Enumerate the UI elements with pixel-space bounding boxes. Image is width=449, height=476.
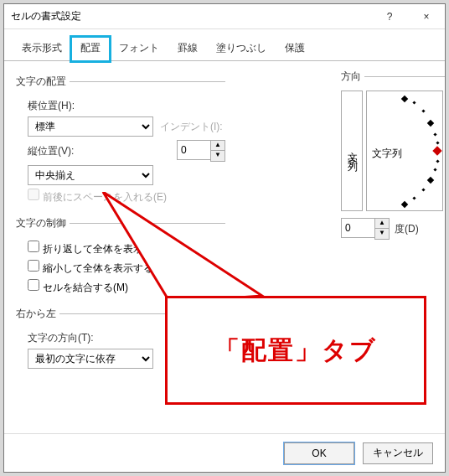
horiz-select[interactable]: 標準 xyxy=(28,116,153,137)
tab-fill[interactable]: 塗りつぶし xyxy=(207,37,276,61)
group-control-legend: 文字の制御 xyxy=(16,216,70,230)
justify-checkbox xyxy=(28,189,39,200)
spin-up-icon[interactable]: ▲ xyxy=(375,219,389,229)
annotation-callout: 「配置」タブ xyxy=(165,296,426,405)
orientation-dial[interactable]: 文字列 xyxy=(366,91,443,211)
textdir-label: 文字の方向(T): xyxy=(28,331,94,345)
horiz-label: 横位置(H): xyxy=(28,99,75,113)
degree-input[interactable] xyxy=(341,218,374,238)
tab-strip: 表示形式 配置 フォント 罫線 塗りつぶし 保護 xyxy=(4,29,445,61)
spin-down-icon[interactable]: ▼ xyxy=(211,151,224,161)
group-alignment-legend: 文字の配置 xyxy=(16,75,70,89)
justify-distrib-row: 前後にスペースを入れる(E) xyxy=(28,189,167,204)
wrap-row[interactable]: 折り返して全体を表示する(W) xyxy=(28,241,179,256)
textdir-select[interactable]: 最初の文字に依存 xyxy=(28,349,153,369)
spin-down-icon[interactable]: ▼ xyxy=(375,229,389,239)
annotation-text: 「配置」タブ xyxy=(214,334,377,368)
orientation-vertical-button[interactable]: 文字列 xyxy=(341,91,363,211)
tab-number[interactable]: 表示形式 xyxy=(13,37,71,61)
dialog-content: 文字の配置 横位置(H): 標準 インデント(I): 縦位置(V): ▲▼ 中央… xyxy=(4,61,445,433)
ok-button[interactable]: OK xyxy=(284,442,354,464)
help-button[interactable]: ? xyxy=(371,4,408,29)
cancel-button[interactable]: キャンセル xyxy=(363,442,433,464)
format-cells-dialog: セルの書式設定 ? × 表示形式 配置 フォント 罫線 塗りつぶし 保護 文字の… xyxy=(3,3,446,473)
indent-label: インデント(I): xyxy=(160,120,223,134)
shrink-checkbox[interactable] xyxy=(28,260,39,272)
merge-checkbox[interactable] xyxy=(28,279,39,291)
tab-alignment[interactable]: 配置 xyxy=(71,37,110,61)
degree-spinner[interactable]: ▲▼ xyxy=(341,218,390,240)
vert-select[interactable]: 中央揃え xyxy=(28,165,153,185)
group-orientation-legend: 方向 xyxy=(341,70,364,84)
indent-spinner[interactable]: ▲▼ xyxy=(177,140,225,162)
indent-input[interactable] xyxy=(177,140,210,160)
titlebar: セルの書式設定 ? × xyxy=(4,4,445,29)
window-title: セルの書式設定 xyxy=(11,9,371,23)
orientation-handle-icon[interactable] xyxy=(432,146,441,155)
group-control: 文字の制御 折り返して全体を表示する(W) 縮小して全体を表示する(K) セルを… xyxy=(16,216,225,298)
spin-up-icon[interactable]: ▲ xyxy=(211,141,224,151)
tab-border[interactable]: 罫線 xyxy=(168,37,207,61)
close-button[interactable]: × xyxy=(408,4,445,29)
group-rtl-legend: 右から左 xyxy=(16,307,59,321)
vert-label: 縦位置(V): xyxy=(28,144,74,158)
wrap-checkbox[interactable] xyxy=(28,241,39,252)
tab-font[interactable]: フォント xyxy=(110,37,168,61)
degree-label: 度(D) xyxy=(395,222,419,236)
group-orientation: 方向 文字列 文字列 xyxy=(341,70,445,248)
shrink-row[interactable]: 縮小して全体を表示する(K) xyxy=(28,260,167,276)
merge-row[interactable]: セルを結合する(M) xyxy=(28,279,128,295)
group-alignment: 文字の配置 横位置(H): 標準 インデント(I): 縦位置(V): ▲▼ 中央… xyxy=(16,75,225,208)
dialog-footer: OK キャンセル xyxy=(4,433,445,472)
tab-protection[interactable]: 保護 xyxy=(276,37,314,61)
